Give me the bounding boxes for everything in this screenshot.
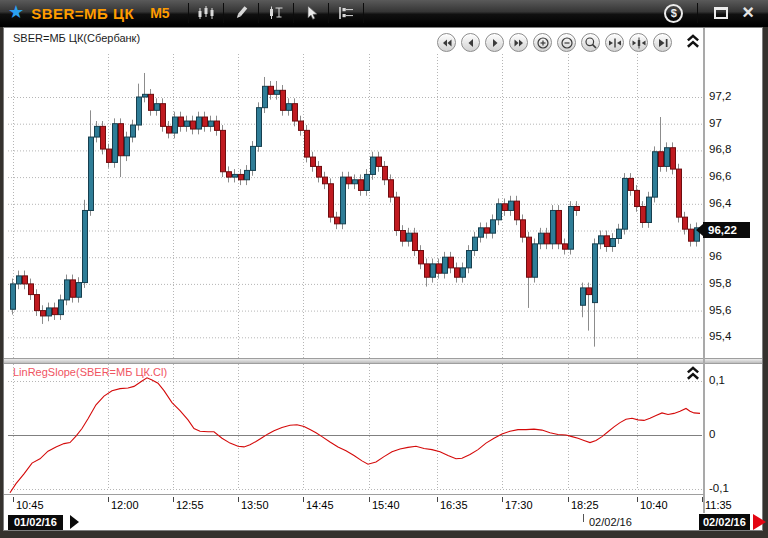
chart-type-button[interactable] — [193, 2, 219, 24]
separator — [697, 3, 698, 23]
separator — [293, 3, 294, 23]
time-tick-label: 11:35 — [705, 499, 732, 511]
time-tick — [108, 497, 109, 502]
indicator-plot[interactable] — [8, 364, 702, 494]
step-backward-icon — [464, 36, 478, 50]
price-axis-label: 96,8 — [709, 143, 731, 155]
indicator-axis-label: 0 — [709, 428, 715, 440]
separator — [223, 3, 224, 23]
price-axis[interactable]: 97,29796,896,696,496,29695,895,695,40,10… — [706, 0, 764, 515]
time-axis[interactable]: 10:4512:0012:5513:5014:4515:4016:3517:30… — [0, 497, 768, 514]
time-tick — [702, 497, 703, 502]
wicks-layer — [13, 73, 697, 347]
time-tick-label: 17:30 — [505, 499, 533, 511]
pencil-icon — [232, 5, 250, 21]
price-plot[interactable] — [8, 54, 702, 358]
zoom-tool-button[interactable] — [581, 33, 600, 52]
title-bar: ★ SBER=МБ ЦК M5 — [0, 0, 768, 27]
time-tick-label: 10:40 — [640, 499, 668, 511]
fast-forward-icon — [512, 36, 526, 50]
time-tick — [502, 497, 503, 502]
fast-backward-button[interactable] — [437, 33, 456, 52]
chevron-up-double-icon — [686, 33, 700, 49]
price-axis-label: 96,4 — [709, 197, 731, 209]
application-window: ★ SBER=МБ ЦК M5 — [0, 0, 768, 538]
time-tick — [568, 497, 569, 502]
date-badge-start: 01/02/16 — [8, 515, 63, 530]
time-tick-label: 10:45 — [16, 499, 44, 511]
compress-candles-icon — [632, 36, 646, 50]
time-tick — [637, 497, 638, 502]
current-price-badge: 96,22 — [703, 222, 750, 238]
time-tick-label: 16:35 — [440, 499, 468, 511]
separator — [363, 3, 364, 23]
price-axis-label: 97,2 — [709, 90, 731, 102]
cursor-button[interactable] — [298, 2, 324, 24]
cursor-icon — [302, 5, 320, 21]
draw-button[interactable] — [228, 2, 254, 24]
date-badge-end-arrow — [753, 514, 766, 530]
fast-forward-button[interactable] — [509, 33, 528, 52]
step-forward-icon — [488, 36, 502, 50]
time-tick — [303, 497, 304, 502]
date-row: 01/02/16 02/02/16 02/02/16 — [0, 514, 768, 531]
indicator-axis-label: 0,1 — [709, 374, 725, 386]
go-to-end-icon — [656, 36, 670, 50]
collapse-upper-panel-button[interactable] — [686, 33, 700, 49]
instrument-header-label: SBER=МБ ЦК(Сбербанк) — [13, 32, 140, 44]
magnifier-icon — [584, 36, 598, 50]
zoom-out-button[interactable] — [557, 33, 576, 52]
levels-icon — [337, 5, 355, 21]
time-tick-label: 14:45 — [306, 499, 334, 511]
time-tick-label: 18:25 — [571, 499, 599, 511]
price-axis-label: 97 — [709, 117, 722, 129]
candlestick-icon — [197, 5, 215, 21]
go-to-end-button[interactable] — [653, 33, 672, 52]
time-tick-label: 12:00 — [111, 499, 139, 511]
time-tick — [13, 497, 14, 502]
compress-horizontal-icon — [608, 36, 622, 50]
timeframe-label: M5 — [150, 5, 169, 21]
price-axis-label: 96,6 — [709, 170, 731, 182]
axis-divider-line — [703, 28, 705, 513]
indicator-icon — [267, 5, 285, 21]
step-forward-button[interactable] — [485, 33, 504, 52]
separator — [188, 3, 189, 23]
zoom-in-button[interactable] — [533, 33, 552, 52]
time-tick-label: 13:50 — [241, 499, 269, 511]
separator — [328, 3, 329, 23]
time-tick — [238, 497, 239, 502]
time-tick-label: 15:40 — [372, 499, 400, 511]
time-tick — [173, 497, 174, 502]
indicator-axis-label: -0,1 — [709, 482, 729, 494]
price-axis-label: 96 — [709, 250, 722, 262]
zoom-in-icon — [536, 36, 550, 50]
zoom-out-icon — [560, 36, 574, 50]
instrument-symbol: SBER=МБ ЦК — [31, 5, 134, 22]
step-backward-button[interactable] — [461, 33, 480, 52]
panel-bottom-border — [4, 494, 704, 495]
indicator-button[interactable] — [263, 2, 289, 24]
price-axis-label: 95,8 — [709, 277, 731, 289]
fast-backward-icon — [440, 36, 454, 50]
currency-button[interactable]: $ — [664, 4, 683, 23]
time-tick-label: 12:55 — [176, 499, 204, 511]
compress-horizontal-button[interactable] — [605, 33, 624, 52]
time-tick — [369, 497, 370, 502]
levels-button[interactable] — [333, 2, 359, 24]
candles-layer — [11, 86, 700, 316]
price-axis-label: 95,6 — [709, 304, 731, 316]
date-badge-start-arrow — [70, 515, 79, 529]
current-price-marker — [696, 224, 703, 236]
date-separator-label: 02/02/16 — [589, 516, 632, 528]
date-badge-end: 02/02/16 — [699, 514, 750, 530]
price-axis-label: 95,4 — [709, 330, 731, 342]
date-separator-tick — [583, 514, 584, 522]
separator — [258, 3, 259, 23]
compress-candles-button[interactable] — [629, 33, 648, 52]
star-icon: ★ — [8, 1, 24, 23]
time-tick — [437, 497, 438, 502]
chart-nav-toolbar — [437, 33, 672, 52]
